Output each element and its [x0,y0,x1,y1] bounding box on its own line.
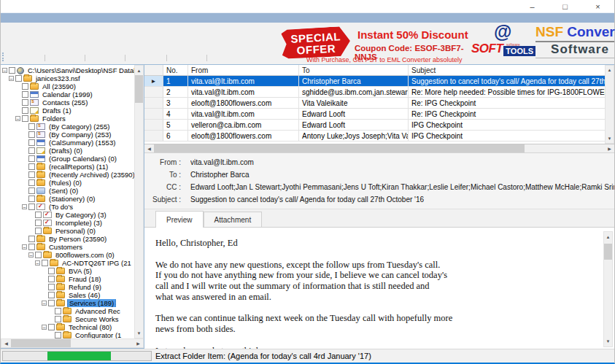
checkbox[interactable] [22,107,28,114]
checkbox[interactable] [28,147,35,154]
checkbox[interactable] [28,163,35,170]
checkbox[interactable] [9,67,15,74]
tab-preview[interactable]: Preview [155,211,204,228]
checkbox[interactable] [55,308,61,314]
tree-item[interactable]: – Incomplete) (3) [1,219,134,227]
column-header-no[interactable]: No. [163,65,188,75]
checkbox[interactable] [35,252,42,258]
tree-item[interactable]: – Customers [1,243,134,251]
mail-row[interactable]: 2 vita.val@lt.ibm.com sghidde@us.ibm.com… [144,87,605,98]
column-header-from[interactable]: From [188,65,299,75]
checkbox[interactable] [28,131,35,138]
column-header-to[interactable]: To [299,65,409,75]
tree-item[interactable]: – (Group Calendars) (0) [1,155,134,163]
checkbox[interactable] [28,139,35,146]
checkbox[interactable] [48,276,55,282]
checkbox[interactable] [22,99,28,106]
expander-icon[interactable]: – [35,260,40,266]
checkbox[interactable] [35,220,42,226]
tree-item[interactable]: – Refund (9) [1,283,134,291]
mail-row[interactable]: 5 velleron@ca.ibm.com Edward Looft IPG C… [144,120,605,131]
tree-item[interactable]: – Calendar (1999) [1,90,134,98]
scroll-left-icon[interactable]: ◀ [144,144,154,152]
table-vertical-scrollbar[interactable]: ▲ ▼ [605,65,614,144]
tree-horizontal-scrollbar[interactable]: ◀ ▶ [1,338,144,348]
scroll-right-icon[interactable]: ▶ [134,339,143,347]
tree-item[interactable]: – BVA (5) [1,267,134,275]
scroll-down-icon[interactable]: ▼ [604,336,612,346]
expander-icon[interactable]: – [42,325,47,330]
tree-item[interactable]: – (Sent) (0) [1,187,134,195]
tree-item[interactable]: – Sales (46) [1,291,134,299]
tree-item[interactable]: – (recallReports) (11) [1,163,134,171]
checkbox[interactable] [42,260,48,266]
column-header-subject[interactable]: Subject [409,65,605,75]
row-selector[interactable] [144,87,163,97]
scrollbar-thumb[interactable] [604,244,612,260]
tree-item[interactable]: – (Rules) (0) [1,179,134,187]
expander-icon[interactable]: – [22,204,27,209]
mail-row[interactable]: 6 elooft@1800flowers.com Antony Luke;Joy… [144,131,605,142]
tree-item[interactable]: – (Stationery) (0) [1,195,134,203]
checkbox[interactable] [28,123,35,130]
tree-item[interactable]: – (By Category) (255) [1,123,134,131]
checkbox[interactable] [28,155,35,162]
checkbox[interactable] [28,195,35,202]
row-selector[interactable] [144,109,163,119]
tree-item[interactable]: – Personal) (0) [1,227,134,235]
checkbox[interactable] [28,204,35,210]
scrollbar-thumb[interactable] [154,144,525,152]
checkbox[interactable] [22,115,28,122]
tree-item[interactable]: – All (23590) [1,82,134,90]
tab-attachment[interactable]: Attachment [204,212,263,227]
row-selector[interactable] [144,131,163,141]
tree-item[interactable]: – (To do's [1,203,134,211]
mail-row[interactable]: ► 1 vita.val@lt.ibm.com Christopher Barc… [144,76,605,87]
scroll-up-icon[interactable]: ▲ [135,66,143,75]
tree-item[interactable]: – (By Company) (253) [1,131,134,139]
tree-item[interactable]: – Advanced Rec [1,307,134,315]
scroll-right-icon[interactable]: ▶ [605,144,614,152]
checkbox[interactable] [22,83,28,90]
tree-item[interactable]: – Secure Works [1,315,134,323]
checkbox[interactable] [35,228,42,234]
minimize-button[interactable]: – [516,0,549,12]
mail-row[interactable]: 3 elooft@1800flowers.com Vita Valeikaite… [144,98,605,109]
tree-item[interactable]: – (Drafts) (0) [1,147,134,155]
preview-vertical-scrollbar[interactable]: ▲ ▼ [603,231,613,347]
tree-item[interactable]: – By Person (23590) [1,235,134,243]
expander-icon[interactable]: – [2,68,7,73]
mail-row[interactable]: 4 vita.val@lt.ibm.com Edward Looft Re: I… [144,109,605,120]
tree-item[interactable]: – Fraud (18) [1,275,134,283]
tree-item[interactable]: – 800flowers.com (0) [1,251,134,259]
scroll-up-icon[interactable]: ▲ [606,66,614,74]
table-horizontal-scrollbar[interactable]: ◀ ▶ [144,144,614,153]
checkbox[interactable] [35,212,42,218]
checkbox[interactable] [28,187,35,194]
checkbox[interactable] [28,171,35,178]
checkbox[interactable] [55,332,61,338]
tree-item[interactable]: – By Category) (3) [1,211,134,219]
tree-item[interactable]: – (Recently Archived) (23590) [1,171,134,179]
scroll-down-icon[interactable]: ▼ [135,328,143,338]
tree-item[interactable]: – Services (189) [1,299,134,307]
checkbox[interactable] [48,268,55,274]
checkbox[interactable] [28,244,35,250]
maximize-button[interactable]: □ [549,0,581,12]
checkbox[interactable] [48,300,55,306]
expander-icon[interactable]: – [42,301,47,306]
checkbox[interactable] [48,292,55,298]
expander-icon[interactable]: – [28,252,34,257]
expander-icon[interactable]: – [9,76,14,81]
checkbox[interactable] [48,284,55,290]
tree-item[interactable]: – Technical (80) [1,323,134,331]
row-selector[interactable]: ► [144,76,163,86]
tree-item[interactable]: – Contacts (255) [1,98,134,107]
row-selector[interactable] [144,98,163,108]
expander-icon[interactable]: – [15,116,20,121]
scroll-up-icon[interactable]: ▲ [604,232,612,242]
checkbox[interactable] [15,75,22,82]
checkbox[interactable] [22,91,28,98]
checkbox[interactable] [28,236,35,242]
tree-item[interactable]: – Folders [1,115,134,123]
